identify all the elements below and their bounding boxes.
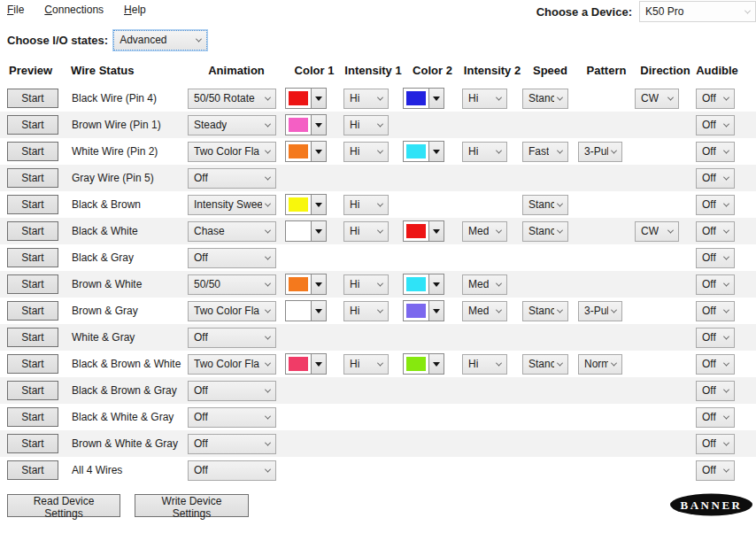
speed-select[interactable]: Fast [522,142,568,162]
menu-connections[interactable]: Connections [44,1,112,19]
speed-select[interactable]: Stanc [522,354,568,375]
color1-picker[interactable] [285,141,327,162]
color1-picker-dropdown-button[interactable] [311,115,326,135]
animation-select[interactable]: 50/50 Rotate [188,89,276,109]
start-button[interactable]: Start [7,434,58,453]
start-button[interactable]: Start [7,89,58,108]
animation-select[interactable]: Two Color Fla [188,354,276,375]
intensity1-select[interactable]: Hi [343,142,389,162]
color1-picker-dropdown-button[interactable] [311,142,326,161]
animation-select[interactable]: Off [188,460,276,481]
color2-picker-dropdown-button[interactable] [428,89,444,108]
animation-select[interactable]: Two Color Fla [188,301,276,321]
color2-picker[interactable] [403,353,444,375]
animation-select[interactable]: Off [188,407,276,428]
intensity1-select[interactable]: Hi [343,115,389,135]
start-button[interactable]: Start [7,460,58,480]
animation-select[interactable]: Off [188,328,276,348]
animation-select[interactable]: 50/50 [188,274,276,295]
animation-select[interactable]: Two Color Fla [188,142,276,162]
start-button[interactable]: Start [7,248,58,267]
audible-select[interactable]: Off [696,115,735,135]
pattern-select[interactable]: Norm [578,354,622,375]
intensity1-select[interactable]: Hi [343,195,389,215]
start-button[interactable]: Start [7,381,58,400]
start-button[interactable]: Start [7,301,58,321]
speed-select[interactable]: Stanc [522,301,568,321]
direction-select[interactable]: CW [635,221,679,242]
intensity1-select[interactable]: Hi [343,274,389,295]
start-button[interactable]: Start [7,221,58,241]
start-button[interactable]: Start [7,328,58,347]
audible-select[interactable]: Off [696,328,735,348]
intensity1-select[interactable]: Hi [343,89,389,109]
intensity2-select[interactable]: Med [462,221,507,242]
audible-select[interactable]: Off [696,248,735,268]
color2-picker-dropdown-button[interactable] [428,274,444,294]
start-button[interactable]: Start [7,407,58,427]
intensity2-select[interactable]: Hi [462,354,507,375]
read-device-settings-button[interactable]: Read Device Settings [7,494,120,517]
speed-select[interactable]: Stanc [522,89,568,109]
color1-picker-dropdown-button[interactable] [311,274,326,294]
audible-select[interactable]: Off [696,168,735,189]
color1-picker-dropdown-button[interactable] [311,221,326,241]
intensity2-select[interactable]: Med [462,301,507,321]
audible-select[interactable]: Off [696,354,735,375]
speed-select[interactable]: Stanc [522,195,568,215]
start-button[interactable]: Start [7,354,58,374]
start-button[interactable]: Start [7,115,58,135]
color1-picker-dropdown-button[interactable] [311,89,326,108]
color2-picker[interactable] [403,274,444,295]
pattern-select[interactable]: 3-Pul [578,142,622,162]
color2-picker[interactable] [403,300,444,321]
start-button[interactable]: Start [7,168,58,188]
animation-select[interactable]: Off [188,248,276,268]
color1-picker[interactable] [285,300,327,321]
color1-picker-dropdown-button[interactable] [311,195,326,214]
direction-select[interactable]: CW [635,89,679,109]
color1-picker[interactable] [285,194,327,215]
animation-select[interactable]: Intensity Swee [188,195,276,215]
intensity2-select[interactable]: Hi [462,142,507,162]
audible-select[interactable]: Off [696,460,735,481]
intensity2-select[interactable]: Med [462,274,507,295]
color2-picker[interactable] [403,88,444,109]
color1-picker-dropdown-button[interactable] [311,301,326,321]
audible-select[interactable]: Off [696,381,735,401]
intensity1-select[interactable]: Hi [343,301,389,321]
color1-picker[interactable] [285,353,327,375]
color2-picker-dropdown-button[interactable] [428,221,444,241]
audible-select[interactable]: Off [696,89,735,109]
pattern-select[interactable]: 3-Pul [578,301,622,321]
color1-picker-dropdown-button[interactable] [311,354,326,374]
audible-select[interactable]: Off [696,195,735,215]
device-select[interactable]: K50 Pro [639,1,756,22]
animation-select[interactable]: Off [188,434,276,454]
menu-help[interactable]: Help [124,1,154,19]
color2-picker-dropdown-button[interactable] [428,301,444,321]
audible-select[interactable]: Off [696,274,735,295]
audible-select[interactable]: Off [696,221,735,242]
io-states-select[interactable]: Advanced [113,30,207,50]
start-button[interactable]: Start [7,274,58,294]
audible-select[interactable]: Off [696,407,735,428]
write-device-settings-button[interactable]: Write Device Settings [135,494,249,517]
color1-picker[interactable] [285,114,327,135]
intensity2-select[interactable]: Hi [462,89,507,109]
audible-select[interactable]: Off [696,142,735,162]
animation-select[interactable]: Off [188,381,276,401]
start-button[interactable]: Start [7,195,58,214]
color1-picker[interactable] [285,274,327,295]
color2-picker-dropdown-button[interactable] [428,354,444,374]
intensity1-select[interactable]: Hi [343,354,389,375]
color1-picker[interactable] [285,88,327,109]
intensity1-select[interactable]: Hi [343,221,389,242]
speed-select[interactable]: Stanc [522,221,568,242]
animation-select[interactable]: Off [188,168,276,189]
animation-select[interactable]: Steady [188,115,276,135]
audible-select[interactable]: Off [696,434,735,454]
color2-picker[interactable] [403,220,444,242]
color2-picker-dropdown-button[interactable] [428,142,444,161]
start-button[interactable]: Start [7,142,58,161]
